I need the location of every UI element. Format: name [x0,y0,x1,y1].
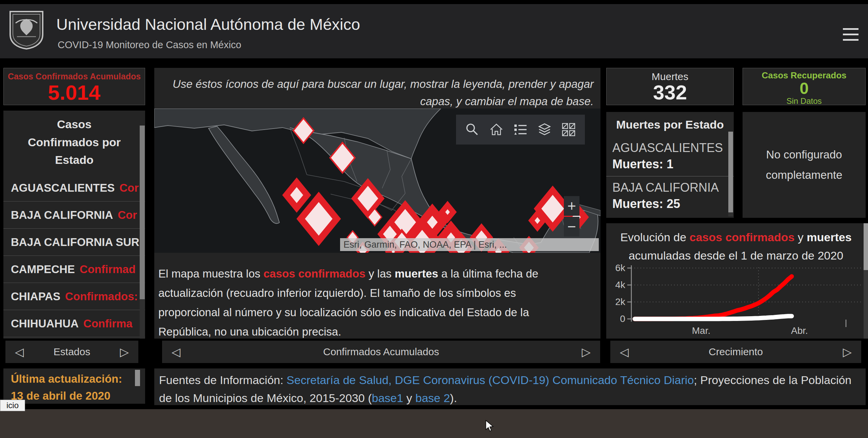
growth-pager: ◁ Crecimiento ▷ [610,341,861,363]
start-tooltip: icio [0,400,25,411]
deaths-by-state-title: Muertes por Estado [606,112,734,131]
confirmed-total-card: Casos Confirmados Acumulados 5.014 [3,68,145,105]
svg-text:4k: 4k [615,280,626,290]
deaths-highlight: muertes [395,267,438,280]
growth-chart: 02k4k6kMar.Abr. [610,261,866,339]
zoom-in-button[interactable]: + [564,196,579,216]
map-attribution: Esri, Garmin, FAO, NOAA, EPA | Esri, ... [340,238,599,251]
confirmed-highlight: casos confirmados [263,267,366,280]
right-scrollbar-thumb[interactable] [864,223,868,270]
deaths-value: 332 [607,82,733,103]
last-update-panel: Última actualización: 13 de abril de 202… [3,368,145,404]
states-list-panel: Casos Confirmados por Estado AGUASCALIEN… [3,111,145,339]
source-link-base2[interactable]: base 2 [415,392,450,404]
map-pager: ◁ Confirmados Acumulados ▷ [162,341,600,363]
last-update-scrollbar-thumb[interactable] [135,370,140,386]
state-row[interactable]: AGUASCALIENTESCor [3,174,145,201]
unam-logo [7,9,45,50]
legend-icon[interactable] [513,122,528,137]
sources-panel: Fuentes de Información: Secretaría de Sa… [154,368,866,405]
svg-text:0: 0 [620,313,625,324]
taskbar: e ✂ W [0,409,868,438]
map-instructions-line2: capas, y cambiar el mapa de base. [158,93,594,110]
state-row[interactable]: CAMPECHEConfirmad [3,255,145,283]
map-toolbar [456,115,585,145]
state-row[interactable]: BAJA CALIFORNIACor [3,201,145,228]
map-card: Use éstos íconos de aquí para buscar un … [154,68,600,339]
svg-text:6k: 6k [615,263,626,273]
source-link-base1[interactable]: base1 [372,392,403,404]
not-configured-line2: completamente [766,169,843,182]
hamburger-menu-icon[interactable] [843,24,859,44]
states-pager-label: Estados [54,346,90,358]
pager-next-icon[interactable]: ▷ [582,346,591,358]
death-row[interactable]: AGUASCALIENTES Muertes: 1 [606,139,734,176]
state-row[interactable]: BAJA CALIFORNIA SUR [3,228,145,255]
deaths-by-state-panel: Muertes por Estado AGUASCALIENTES Muerte… [606,112,734,218]
svg-text:2k: 2k [615,297,626,307]
death-row[interactable]: BAJA CALIFORNIA Muertes: 25 [606,176,734,216]
svg-text:Abr.: Abr. [791,325,808,336]
home-icon[interactable] [489,122,504,137]
basemap-icon[interactable] [561,122,576,137]
chart-title-line1: Evolución de casos confirmados y muertes [606,228,866,246]
growth-pager-label: Crecimiento [709,346,763,358]
zoom-out-button[interactable]: − [564,217,579,236]
state-row[interactable]: CHIHUAHUAConfirma [3,310,145,337]
map-instructions-line1: Use éstos íconos de aquí para buscar un … [158,75,594,93]
confirmed-total-label: Casos Confirmados Acumulados [4,72,145,81]
mouse-cursor [484,420,494,432]
pager-prev-icon[interactable]: ◁ [172,346,180,358]
state-row[interactable]: CIUDAD DE MÉXICOC [3,337,145,339]
last-update-line2: 13 de abril de 2020 [11,389,145,402]
pager-next-icon[interactable]: ▷ [120,346,129,358]
deaths-scrollbar-thumb[interactable] [728,132,733,212]
map-pager-label: Confirmados Acumulados [323,346,439,358]
recovered-note: Sin Datos [743,96,865,106]
state-row[interactable]: CHIAPASConfirmados: [3,283,145,310]
map-description: El mapa muestra los casos confirmados y … [158,264,572,341]
page-subtitle: COVID-19 Monitoreo de Casos en México [58,39,241,51]
pager-prev-icon[interactable]: ◁ [620,346,629,358]
last-update-line1: Última actualización: [11,373,145,385]
not-configured-line1: No configurado [766,148,842,161]
states-list-title: Casos Confirmados por Estado [3,111,145,169]
layers-icon[interactable] [537,122,552,137]
states-pager: ◁ Estados ▷ [5,341,138,363]
map-zoom-control: + − [564,196,579,236]
header-bar: Universidad Nacional Autónoma de México … [0,4,868,58]
pager-next-icon[interactable]: ▷ [843,346,852,358]
states-scrollbar-thumb[interactable] [140,126,145,299]
page-title: Universidad Nacional Autónoma de México [56,15,360,34]
recovered-card: Casos Recuperados 0 Sin Datos [743,68,866,105]
recovered-value: 0 [743,81,865,96]
search-icon[interactable] [465,122,480,137]
svg-text:Mar.: Mar. [692,325,710,336]
growth-chart-panel: Evolución de casos confirmados y muertes… [606,223,866,339]
deaths-card: Muertes 332 [606,68,734,105]
source-link-salud[interactable]: Secretaría de Salud, DGE Coronavirus (CO… [287,374,694,386]
deaths-label: Muertes [607,71,733,82]
pager-prev-icon[interactable]: ◁ [15,346,24,358]
dashboard-screen: Universidad Nacional Autónoma de México … [0,0,868,438]
map-canvas[interactable]: + − Esri, Garmin, FAO, NOAA, EPA | Esri,… [154,109,600,253]
not-configured-panel: No configurado completamente [743,112,866,218]
confirmed-total-value: 5.014 [4,81,145,103]
